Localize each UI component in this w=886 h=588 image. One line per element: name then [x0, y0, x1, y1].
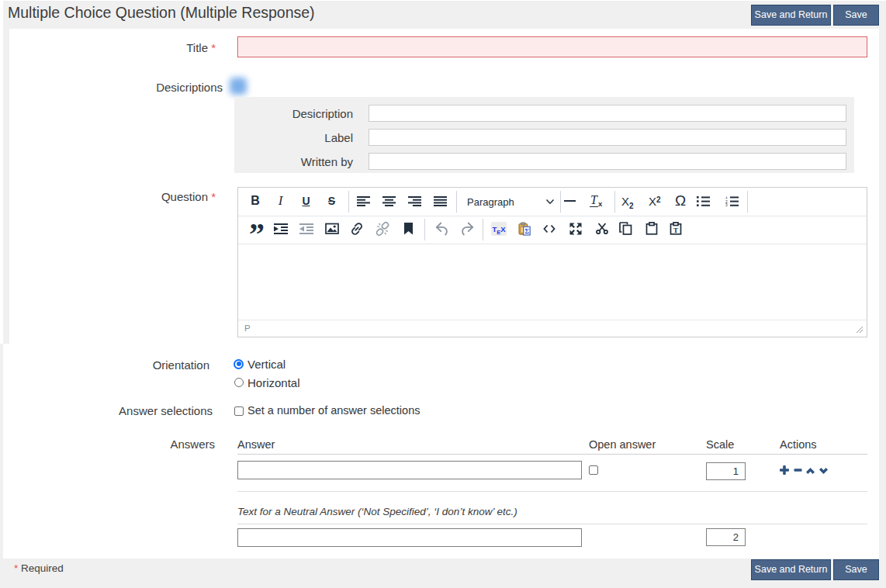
svg-text:3: 3: [725, 203, 728, 206]
svg-text:Σ: Σ: [524, 227, 529, 235]
svg-text:T: T: [673, 227, 678, 234]
